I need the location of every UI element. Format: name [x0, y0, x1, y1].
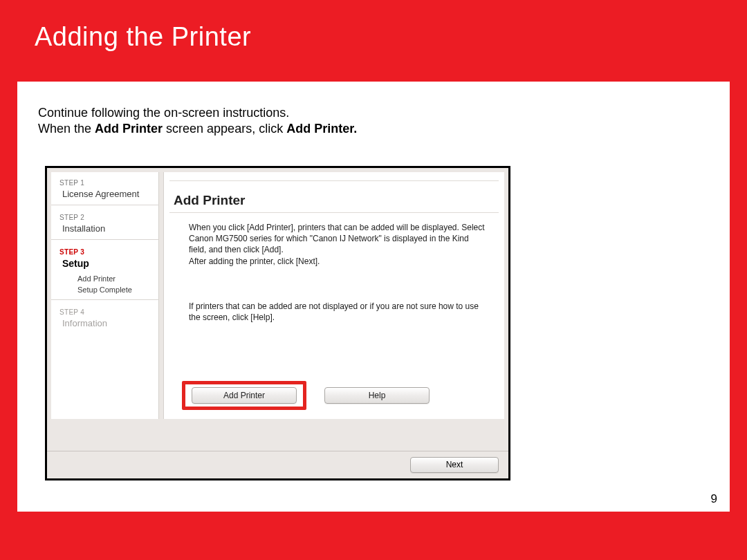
screenshot-installer: STEP 1 License Agreement STEP 2 Installa… [45, 166, 510, 480]
intro-bold2: Add Printer. [286, 122, 357, 136]
installer-sidebar: STEP 1 License Agreement STEP 2 Installa… [51, 172, 159, 419]
step3-label: STEP 3 [59, 248, 158, 256]
instruction-text: Continue following the on-screen instruc… [38, 105, 357, 138]
installer-window: STEP 1 License Agreement STEP 2 Installa… [47, 168, 508, 451]
next-button[interactable]: Next [410, 457, 499, 473]
intro-prefix: When the [38, 122, 95, 136]
installer-footer: Next [47, 451, 508, 478]
intro-line1: Continue following the on-screen instruc… [38, 106, 289, 120]
step1-label: STEP 1 [59, 179, 158, 187]
pane-button-row: Add Printer Help [164, 381, 504, 414]
step4-item: Information [62, 318, 158, 328]
step4-label: STEP 4 [59, 308, 158, 316]
sidebar-divider [51, 299, 159, 300]
sidebar-divider [51, 239, 159, 240]
pane-paragraph-1: When you click [Add Printer], printers t… [189, 222, 485, 267]
add-printer-button[interactable]: Add Printer [192, 387, 297, 404]
intro-bold1: Add Printer [95, 122, 163, 136]
page-title: Adding the Printer [35, 22, 747, 52]
pane-rule [169, 212, 499, 213]
page-number: 9 [711, 492, 717, 506]
step1-item: License Agreement [62, 189, 158, 199]
pane-paragraph-2: If printers that can be added are not di… [189, 301, 485, 323]
pane-title: Add Printer [174, 193, 245, 208]
step3-sub-setup-complete: Setup Complete [77, 286, 158, 294]
help-button[interactable]: Help [324, 387, 430, 404]
step3-sub-add-printer: Add Printer [77, 274, 158, 283]
pane-rule [169, 180, 499, 181]
slide-body: Continue following the on-screen instruc… [17, 82, 730, 512]
step3-item: Setup [62, 258, 158, 269]
step2-label: STEP 2 [59, 214, 158, 221]
sidebar-divider [51, 205, 159, 205]
intro-mid: screen appears, click [163, 122, 286, 136]
step2-item: Installation [62, 223, 158, 234]
installer-main-pane: Add Printer When you click [Add Printer]… [163, 172, 504, 419]
